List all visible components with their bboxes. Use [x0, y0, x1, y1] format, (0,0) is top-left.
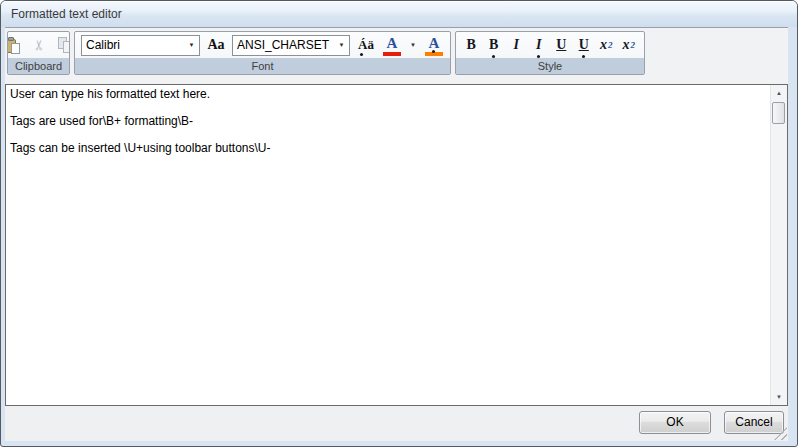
editor-line: Tags are used for\B+ formatting\B- [10, 114, 765, 128]
clipboard-group: ✂ Clipboard [7, 31, 70, 75]
scrollbar-thumb[interactable] [772, 102, 785, 124]
scroll-up-button[interactable]: ▲ [771, 85, 787, 101]
font-color-red-bar [383, 52, 401, 56]
formatted-text-editor-window: Formatted text editor [0, 0, 798, 447]
superscript-button[interactable]: x2 [619, 34, 640, 57]
dropdown-arrow-icon[interactable]: ▼ [334, 36, 349, 55]
italic-start-button[interactable]: I [506, 34, 527, 57]
bold-end-button[interactable]: B [484, 34, 505, 57]
copy-button[interactable] [55, 33, 71, 57]
font-color-end-letter: A [429, 35, 440, 52]
font-color-dropdown-caret[interactable]: ▼ [408, 33, 418, 57]
paste-button[interactable] [7, 33, 23, 57]
vertical-scrollbar[interactable]: ▲ ▼ [770, 85, 787, 405]
font-color-start-button[interactable]: A [382, 33, 402, 57]
client-area: ✂ Clipboard [5, 27, 788, 441]
font-name-combobox[interactable]: Calibri ▼ [81, 35, 200, 56]
footer: OK Cancel [5, 405, 788, 441]
font-group-label: Font [75, 58, 450, 74]
editor-text-content: User can type his formatted text here. T… [6, 85, 769, 405]
charset-value: ANSI_CHARSET [237, 38, 329, 52]
style-group-label: Style [456, 58, 644, 74]
editor-textarea[interactable]: User can type his formatted text here. T… [5, 84, 788, 406]
subscript-button[interactable]: x2 [596, 34, 617, 57]
font-color-end-button[interactable]: A [424, 33, 444, 57]
cancel-button[interactable]: Cancel [724, 411, 784, 434]
toolbar: ✂ Clipboard [5, 28, 788, 83]
window-title: Formatted text editor [11, 7, 122, 21]
cut-button[interactable]: ✂ [29, 33, 49, 57]
bold-start-button[interactable]: B [461, 34, 482, 57]
editor-line: User can type his formatted text here. [10, 87, 765, 101]
dropdown-arrow-icon[interactable]: ▼ [184, 36, 199, 55]
font-color-orange-bar [425, 52, 443, 56]
font-case-button[interactable]: Aa [206, 33, 226, 57]
charset-combobox[interactable]: ANSI_CHARSET ▼ [232, 35, 350, 56]
title-bar[interactable]: Formatted text editor [1, 1, 797, 27]
underline-end-button[interactable]: U [574, 34, 595, 57]
clipboard-group-label: Clipboard [8, 58, 69, 74]
ok-button[interactable]: OK [639, 411, 711, 434]
editor-line: Tags can be inserted \U+using toolbar bu… [10, 141, 765, 155]
clipboard-group-content: ✂ [8, 32, 69, 58]
scroll-down-button[interactable]: ▼ [771, 389, 787, 405]
copy-icon [58, 37, 71, 53]
italic-end-button[interactable]: I [529, 34, 550, 57]
style-group: B B I I U [455, 31, 645, 75]
font-group-content: Calibri ▼ Aa ANSI_CHARSET ▼ Áä A [75, 32, 450, 58]
style-group-content: B B I I U [456, 32, 644, 58]
accent-button[interactable]: Áä [356, 33, 376, 57]
font-group: Calibri ▼ Aa ANSI_CHARSET ▼ Áä A [74, 31, 451, 75]
cut-icon: ✂ [30, 39, 46, 51]
underline-start-button[interactable]: U [551, 34, 572, 57]
font-color-letter: A [387, 35, 398, 52]
paste-icon [7, 37, 20, 54]
font-name-value: Calibri [86, 38, 120, 52]
toolbar-groups: ✂ Clipboard [7, 31, 645, 75]
